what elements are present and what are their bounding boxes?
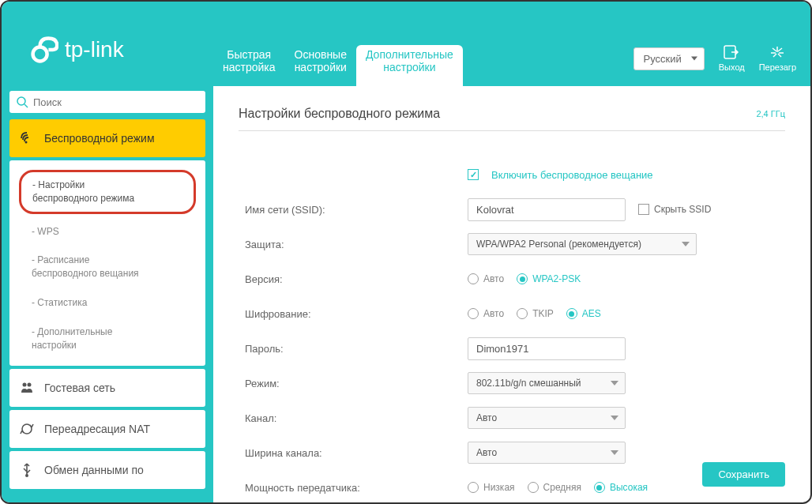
- enable-wireless-checkbox[interactable]: [468, 169, 479, 180]
- tab-quick-setup[interactable]: Быстраянастройка: [213, 45, 285, 86]
- ssid-label: Имя сети (SSID):: [239, 204, 468, 216]
- save-button[interactable]: Сохранить: [702, 462, 785, 487]
- search-box[interactable]: [9, 91, 205, 113]
- logout-icon: [724, 45, 739, 59]
- svg-point-13: [28, 383, 32, 387]
- version-label: Версия:: [239, 273, 468, 285]
- reboot-icon: [769, 45, 785, 59]
- band-label: 2,4 ГГц: [756, 109, 785, 118]
- search-input[interactable]: [33, 96, 199, 108]
- brand-logo: tp-link: [2, 36, 213, 86]
- usb-icon: [19, 462, 35, 478]
- sidebar: Беспроводной режим - Настройкибеспроводн…: [2, 86, 213, 502]
- password-input[interactable]: [468, 337, 626, 360]
- security-label: Защита:: [239, 239, 468, 250]
- logout-button[interactable]: Выход: [719, 45, 745, 72]
- encryption-aes-radio[interactable]: [566, 308, 577, 319]
- hide-ssid-checkbox[interactable]: [638, 204, 649, 215]
- sidebar-item-guest[interactable]: Гостевая сеть: [9, 369, 205, 407]
- enable-wireless-label[interactable]: Включить беспроводное вещание: [491, 169, 653, 181]
- security-select[interactable]: WPA/WPA2 Personal (рекомендуется): [468, 233, 697, 255]
- svg-line-10: [24, 104, 28, 107]
- sidebar-sub-wps[interactable]: - WPS: [9, 217, 205, 246]
- power-high-radio[interactable]: [594, 482, 605, 493]
- channel-label: Канал:: [239, 412, 468, 424]
- sidebar-item-wireless[interactable]: Беспроводной режим: [9, 119, 205, 157]
- width-select[interactable]: Авто: [468, 442, 626, 464]
- password-label: Пароль:: [239, 343, 468, 355]
- svg-point-14: [25, 474, 28, 477]
- svg-line-4: [778, 48, 782, 51]
- version-wpa2psk-radio[interactable]: [517, 273, 528, 284]
- svg-line-8: [778, 54, 781, 57]
- sidebar-item-label: Переадресация NAT: [44, 423, 150, 435]
- power-medium-radio[interactable]: [528, 482, 539, 493]
- encryption-tkip-radio[interactable]: [517, 308, 528, 319]
- wifi-icon: [19, 130, 35, 146]
- mode-select[interactable]: 802.11b/g/n смешанный: [468, 372, 626, 394]
- svg-point-12: [23, 383, 27, 387]
- power-label: Мощность передатчика:: [239, 482, 468, 494]
- sidebar-item-label: Обмен данными по: [44, 464, 144, 476]
- tplink-logo-icon: [30, 36, 58, 64]
- encryption-auto-radio[interactable]: [468, 308, 479, 319]
- refresh-icon: [19, 421, 35, 437]
- sidebar-sub-schedule[interactable]: - Расписаниебеспроводного вещания: [9, 246, 205, 288]
- main-content: Настройки беспроводного режима 2,4 ГГц В…: [213, 86, 810, 502]
- tab-advanced[interactable]: Дополнительныенастройки: [356, 45, 463, 86]
- users-icon: [19, 380, 35, 396]
- search-icon: [16, 96, 28, 108]
- version-auto-radio[interactable]: [468, 273, 479, 284]
- svg-point-11: [25, 141, 28, 144]
- channel-select[interactable]: Авто: [468, 407, 626, 429]
- sidebar-sub-statistics[interactable]: - Статистика: [9, 288, 205, 318]
- ssid-input[interactable]: [468, 198, 626, 221]
- power-low-radio[interactable]: [468, 482, 479, 493]
- hide-ssid-label[interactable]: Скрыть SSID: [654, 204, 711, 215]
- sidebar-sub-advanced[interactable]: - Дополнительныенастройки: [9, 318, 205, 360]
- sidebar-item-label: Беспроводной режим: [44, 132, 155, 145]
- svg-point-0: [33, 47, 47, 61]
- svg-line-3: [773, 48, 776, 51]
- reboot-button[interactable]: Перезагр: [759, 45, 796, 72]
- encryption-label: Шифрование:: [239, 308, 468, 320]
- sidebar-item-nat[interactable]: Переадресация NAT: [9, 410, 205, 448]
- mode-label: Режим:: [239, 378, 468, 389]
- sidebar-item-data-exchange[interactable]: Обмен данными по: [9, 451, 205, 489]
- svg-line-7: [773, 54, 776, 57]
- sidebar-item-label: Гостевая сеть: [44, 382, 115, 394]
- svg-point-9: [17, 97, 25, 105]
- tab-basic[interactable]: Основныенастройки: [285, 45, 356, 86]
- width-label: Ширина канала:: [239, 447, 468, 459]
- page-title: Настройки беспроводного режима: [239, 107, 440, 121]
- language-select[interactable]: Русский: [633, 47, 705, 70]
- sidebar-sub-wireless-settings[interactable]: - Настройкибеспроводного режима: [19, 170, 196, 214]
